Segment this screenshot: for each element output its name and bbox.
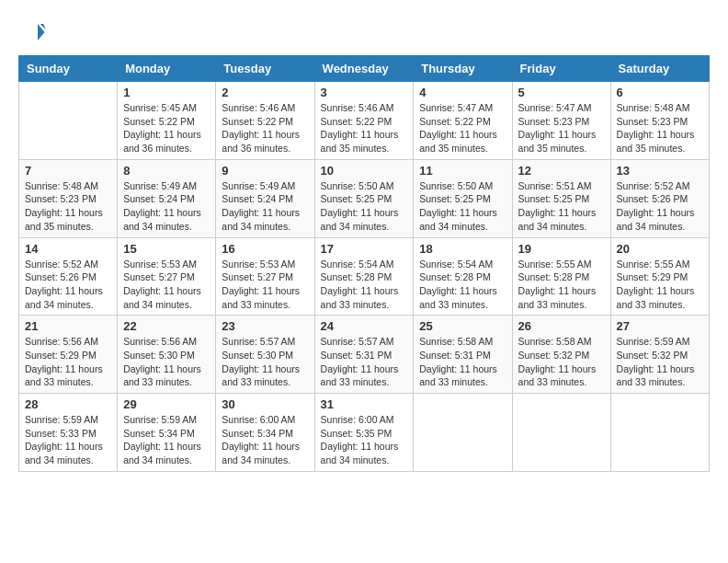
calendar-cell: 29Sunrise: 5:59 AM Sunset: 5:34 PM Dayli… [118,394,216,472]
day-info: Sunrise: 5:47 AM Sunset: 5:22 PM Dayligh… [419,101,506,155]
calendar-cell: 3Sunrise: 5:46 AM Sunset: 5:22 PM Daylig… [314,82,414,160]
calendar-cell [512,394,610,472]
day-info: Sunrise: 5:45 AM Sunset: 5:22 PM Dayligh… [123,101,210,155]
day-number: 5 [518,86,605,99]
day-info: Sunrise: 5:54 AM Sunset: 5:28 PM Dayligh… [321,258,408,312]
calendar-cell: 25Sunrise: 5:58 AM Sunset: 5:31 PM Dayli… [414,316,512,394]
day-number: 13 [617,164,703,178]
day-info: Sunrise: 5:56 AM Sunset: 5:29 PM Dayligh… [25,335,111,389]
day-number: 18 [419,242,506,256]
day-info: Sunrise: 5:57 AM Sunset: 5:30 PM Dayligh… [222,335,308,389]
page-header [18,18,710,46]
day-info: Sunrise: 5:46 AM Sunset: 5:22 PM Dayligh… [321,101,408,155]
day-info: Sunrise: 5:57 AM Sunset: 5:31 PM Dayligh… [321,335,408,389]
day-number: 24 [321,319,408,333]
calendar-cell: 5Sunrise: 5:47 AM Sunset: 5:23 PM Daylig… [512,82,610,160]
day-info: Sunrise: 5:59 AM Sunset: 5:33 PM Dayligh… [25,413,111,467]
day-number: 12 [518,164,605,178]
calendar-cell: 14Sunrise: 5:52 AM Sunset: 5:26 PM Dayli… [19,237,118,316]
weekday-header: Sunday [19,56,118,82]
day-info: Sunrise: 5:59 AM Sunset: 5:34 PM Dayligh… [123,413,210,467]
day-info: Sunrise: 5:47 AM Sunset: 5:23 PM Dayligh… [518,101,605,155]
day-info: Sunrise: 5:59 AM Sunset: 5:32 PM Dayligh… [617,335,703,389]
calendar-table: SundayMondayTuesdayWednesdayThursdayFrid… [18,55,710,472]
calendar-cell: 9Sunrise: 5:49 AM Sunset: 5:24 PM Daylig… [216,159,314,237]
day-info: Sunrise: 5:55 AM Sunset: 5:29 PM Dayligh… [617,258,703,312]
calendar-cell: 26Sunrise: 5:58 AM Sunset: 5:32 PM Dayli… [512,316,610,394]
day-number: 17 [321,242,408,256]
day-number: 8 [123,164,210,178]
calendar-cell: 2Sunrise: 5:46 AM Sunset: 5:22 PM Daylig… [216,82,314,160]
day-info: Sunrise: 5:52 AM Sunset: 5:26 PM Dayligh… [25,258,111,312]
calendar-cell: 17Sunrise: 5:54 AM Sunset: 5:28 PM Dayli… [314,237,414,316]
calendar-cell: 27Sunrise: 5:59 AM Sunset: 5:32 PM Dayli… [610,316,709,394]
day-number: 11 [419,164,506,178]
day-number: 20 [617,242,703,256]
calendar-header-row: SundayMondayTuesdayWednesdayThursdayFrid… [19,56,710,82]
day-info: Sunrise: 5:48 AM Sunset: 5:23 PM Dayligh… [617,101,703,155]
day-info: Sunrise: 5:58 AM Sunset: 5:32 PM Dayligh… [518,335,605,389]
calendar-week-row: 7Sunrise: 5:48 AM Sunset: 5:23 PM Daylig… [19,159,710,237]
calendar-cell: 10Sunrise: 5:50 AM Sunset: 5:25 PM Dayli… [314,159,414,237]
calendar-cell: 12Sunrise: 5:51 AM Sunset: 5:25 PM Dayli… [512,159,610,237]
day-number: 28 [25,397,111,411]
day-number: 29 [123,397,210,411]
calendar-cell: 20Sunrise: 5:55 AM Sunset: 5:29 PM Dayli… [610,237,709,316]
weekday-header: Wednesday [314,56,414,82]
day-info: Sunrise: 5:52 AM Sunset: 5:26 PM Dayligh… [617,179,703,234]
logo-icon [18,18,46,46]
calendar-cell: 24Sunrise: 5:57 AM Sunset: 5:31 PM Dayli… [314,316,414,394]
calendar-cell: 31Sunrise: 6:00 AM Sunset: 5:35 PM Dayli… [314,394,414,472]
calendar-cell: 19Sunrise: 5:55 AM Sunset: 5:28 PM Dayli… [512,237,610,316]
calendar-cell: 21Sunrise: 5:56 AM Sunset: 5:29 PM Dayli… [19,316,118,394]
day-info: Sunrise: 5:49 AM Sunset: 5:24 PM Dayligh… [222,179,308,234]
calendar-week-row: 28Sunrise: 5:59 AM Sunset: 5:33 PM Dayli… [19,394,710,472]
day-info: Sunrise: 5:49 AM Sunset: 5:24 PM Dayligh… [123,179,210,234]
day-number: 4 [419,86,506,99]
weekday-header: Thursday [414,56,512,82]
calendar-cell: 16Sunrise: 5:53 AM Sunset: 5:27 PM Dayli… [216,237,314,316]
calendar-cell [19,82,118,160]
weekday-header: Saturday [610,56,709,82]
weekday-header: Friday [512,56,610,82]
day-info: Sunrise: 5:50 AM Sunset: 5:25 PM Dayligh… [321,179,408,234]
weekday-header: Monday [118,56,216,82]
day-number: 15 [123,242,210,256]
calendar-cell: 23Sunrise: 5:57 AM Sunset: 5:30 PM Dayli… [216,316,314,394]
calendar-week-row: 1Sunrise: 5:45 AM Sunset: 5:22 PM Daylig… [19,82,710,160]
day-number: 22 [123,319,210,333]
day-number: 30 [222,397,308,411]
calendar-week-row: 14Sunrise: 5:52 AM Sunset: 5:26 PM Dayli… [19,237,710,316]
day-info: Sunrise: 5:58 AM Sunset: 5:31 PM Dayligh… [419,335,506,389]
calendar-cell: 28Sunrise: 5:59 AM Sunset: 5:33 PM Dayli… [19,394,118,472]
day-number: 3 [321,86,408,99]
calendar-cell: 22Sunrise: 5:56 AM Sunset: 5:30 PM Dayli… [118,316,216,394]
calendar-cell: 8Sunrise: 5:49 AM Sunset: 5:24 PM Daylig… [118,159,216,237]
day-info: Sunrise: 5:46 AM Sunset: 5:22 PM Dayligh… [222,101,308,155]
calendar-week-row: 21Sunrise: 5:56 AM Sunset: 5:29 PM Dayli… [19,316,710,394]
day-info: Sunrise: 6:00 AM Sunset: 5:35 PM Dayligh… [321,413,408,467]
day-number: 9 [222,164,308,178]
day-number: 21 [25,319,111,333]
day-number: 1 [123,86,210,99]
day-info: Sunrise: 5:48 AM Sunset: 5:23 PM Dayligh… [25,179,111,234]
weekday-header: Tuesday [216,56,314,82]
day-number: 23 [222,319,308,333]
day-info: Sunrise: 5:56 AM Sunset: 5:30 PM Dayligh… [123,335,210,389]
day-number: 10 [321,164,408,178]
calendar-cell: 6Sunrise: 5:48 AM Sunset: 5:23 PM Daylig… [610,82,709,160]
day-number: 7 [25,164,111,178]
calendar-cell: 4Sunrise: 5:47 AM Sunset: 5:22 PM Daylig… [414,82,512,160]
calendar-cell: 11Sunrise: 5:50 AM Sunset: 5:25 PM Dayli… [414,159,512,237]
day-info: Sunrise: 6:00 AM Sunset: 5:34 PM Dayligh… [222,413,308,467]
day-info: Sunrise: 5:53 AM Sunset: 5:27 PM Dayligh… [123,258,210,312]
day-number: 27 [617,319,703,333]
day-number: 2 [222,86,308,99]
day-number: 14 [25,242,111,256]
day-info: Sunrise: 5:54 AM Sunset: 5:28 PM Dayligh… [419,258,506,312]
calendar-cell: 18Sunrise: 5:54 AM Sunset: 5:28 PM Dayli… [414,237,512,316]
day-info: Sunrise: 5:51 AM Sunset: 5:25 PM Dayligh… [518,179,605,234]
day-info: Sunrise: 5:50 AM Sunset: 5:25 PM Dayligh… [419,179,506,234]
calendar-cell: 1Sunrise: 5:45 AM Sunset: 5:22 PM Daylig… [118,82,216,160]
calendar-cell: 7Sunrise: 5:48 AM Sunset: 5:23 PM Daylig… [19,159,118,237]
